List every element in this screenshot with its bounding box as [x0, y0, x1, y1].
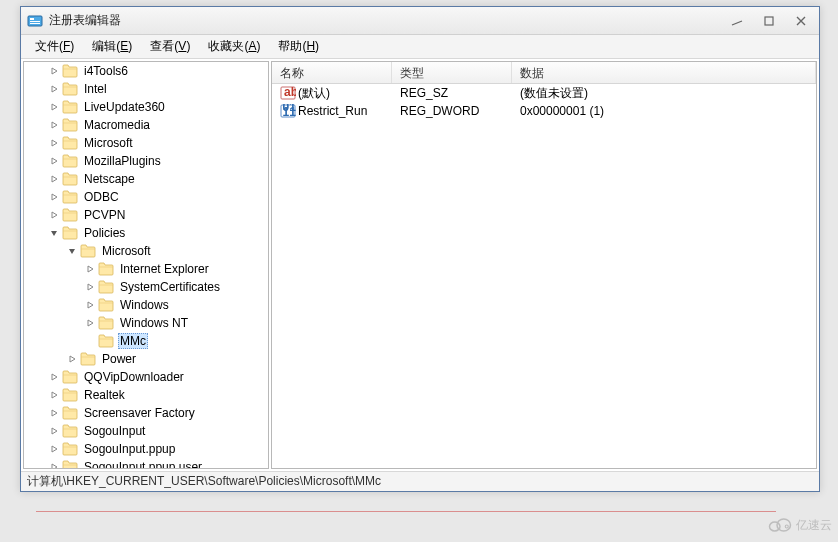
expander-icon[interactable] [84, 263, 96, 275]
tree-node[interactable]: ODBC [24, 188, 268, 206]
menu-edit[interactable]: 编辑(E) [84, 36, 140, 57]
expander-icon[interactable] [48, 173, 60, 185]
expander-icon[interactable] [48, 83, 60, 95]
expander-icon[interactable] [84, 281, 96, 293]
menu-help[interactable]: 帮助(H) [270, 36, 327, 57]
maximize-button[interactable] [757, 13, 781, 29]
tree-node[interactable]: Netscape [24, 170, 268, 188]
col-header-type[interactable]: 类型 [392, 62, 512, 83]
tree-node-label: Macromedia [82, 118, 152, 132]
expander-icon[interactable] [48, 443, 60, 455]
tree-node-label: Power [100, 352, 138, 366]
tree-node[interactable]: SystemCertificates [24, 278, 268, 296]
tree-node[interactable]: Power [24, 350, 268, 368]
expander-icon[interactable] [66, 245, 78, 257]
tree-node-label: LiveUpdate360 [82, 100, 167, 114]
menu-favorites[interactable]: 收藏夹(A) [200, 36, 268, 57]
expander-icon[interactable] [84, 299, 96, 311]
list-header: 名称 类型 数据 [272, 62, 816, 84]
tree-node-label: Netscape [82, 172, 137, 186]
value-name: (默认) [298, 85, 330, 102]
value-data: (数值未设置) [516, 85, 812, 102]
tree-node[interactable]: Internet Explorer [24, 260, 268, 278]
tree-node-label: ODBC [82, 190, 121, 204]
value-type: REG_DWORD [396, 104, 516, 118]
tree-node-label: SogouInput.ppup.user [82, 460, 204, 469]
tree-node[interactable]: i4Tools6 [24, 62, 268, 80]
svg-rect-3 [30, 23, 40, 24]
expander-icon[interactable] [84, 317, 96, 329]
tree-node-label: Microsoft [100, 244, 153, 258]
tree-node[interactable]: SogouInput.ppup [24, 440, 268, 458]
window-controls [725, 13, 813, 29]
expander-icon[interactable] [48, 389, 60, 401]
tree-node[interactable]: Screensaver Factory [24, 404, 268, 422]
tree-node[interactable]: Microsoft [24, 242, 268, 260]
decorative-line [36, 511, 776, 512]
tree-node-label: SogouInput [82, 424, 147, 438]
svg-rect-4 [765, 17, 773, 25]
expander-icon[interactable] [66, 353, 78, 365]
value-data: 0x00000001 (1) [516, 104, 812, 118]
window-title: 注册表编辑器 [49, 12, 725, 29]
tree-node[interactable]: PCVPN [24, 206, 268, 224]
tree-node[interactable]: Intel [24, 80, 268, 98]
close-button[interactable] [789, 13, 813, 29]
expander-icon[interactable] [48, 227, 60, 239]
value-name: Restrict_Run [298, 104, 367, 118]
tree-node[interactable]: SogouInput.ppup.user [24, 458, 268, 469]
tree-node[interactable]: Macromedia [24, 116, 268, 134]
tree-node-label: SogouInput.ppup [82, 442, 177, 456]
tree-node[interactable]: LiveUpdate360 [24, 98, 268, 116]
tree-node-label: Policies [82, 226, 127, 240]
tree-node[interactable]: SogouInput [24, 422, 268, 440]
svg-rect-1 [30, 18, 34, 20]
list-row[interactable]: 011110Restrict_Run REG_DWORD 0x00000001 … [272, 102, 816, 120]
tree-node[interactable]: Windows NT [24, 314, 268, 332]
tree-node-label: MozillaPlugins [82, 154, 163, 168]
expander-icon[interactable] [48, 461, 60, 469]
tree-node[interactable]: Microsoft [24, 134, 268, 152]
expander-icon[interactable] [48, 371, 60, 383]
titlebar[interactable]: 注册表编辑器 [21, 7, 819, 35]
expander-icon[interactable] [48, 425, 60, 437]
tree-node[interactable]: Windows [24, 296, 268, 314]
col-header-data[interactable]: 数据 [512, 62, 816, 83]
tree-node[interactable]: MMc [24, 332, 268, 350]
tree-node-label: QQVipDownloader [82, 370, 186, 384]
minimize-button[interactable] [725, 13, 749, 29]
menu-view[interactable]: 查看(V) [142, 36, 198, 57]
list-row[interactable]: ab(默认) REG_SZ (数值未设置) [272, 84, 816, 102]
expander-icon[interactable] [48, 407, 60, 419]
expander-icon[interactable] [48, 191, 60, 203]
tree-node[interactable]: QQVipDownloader [24, 368, 268, 386]
tree-node-label: Windows NT [118, 316, 190, 330]
expander-icon[interactable] [48, 209, 60, 221]
menu-file[interactable]: 文件(F) [27, 36, 82, 57]
content-area: i4Tools6 Intel LiveUpdate360 Macromedia … [21, 59, 819, 471]
menubar: 文件(F) 编辑(E) 查看(V) 收藏夹(A) 帮助(H) [21, 35, 819, 59]
tree-node[interactable]: Realtek [24, 386, 268, 404]
registry-tree[interactable]: i4Tools6 Intel LiveUpdate360 Macromedia … [23, 61, 269, 469]
tree-node-label: Windows [118, 298, 171, 312]
col-header-name[interactable]: 名称 [272, 62, 392, 83]
tree-node-label: Microsoft [82, 136, 135, 150]
expander-icon[interactable] [48, 101, 60, 113]
expander-icon[interactable] [48, 65, 60, 77]
tree-node-label: MMc [118, 333, 148, 349]
expander-icon[interactable] [48, 119, 60, 131]
tree-node-label: Realtek [82, 388, 127, 402]
watermark: 亿速云 [768, 516, 832, 534]
expander-icon[interactable] [48, 155, 60, 167]
tree-node-label: Intel [82, 82, 109, 96]
tree-node[interactable]: Policies [24, 224, 268, 242]
status-path: 计算机\HKEY_CURRENT_USER\Software\Policies\… [27, 473, 381, 490]
registry-editor-window: 注册表编辑器 文件(F) 编辑(E) 查看(V) 收藏夹(A) 帮助(H) i4… [20, 6, 820, 492]
tree-node-label: SystemCertificates [118, 280, 222, 294]
value-list[interactable]: 名称 类型 数据 ab(默认) REG_SZ (数值未设置)011110Rest… [271, 61, 817, 469]
expander-icon[interactable] [84, 335, 96, 347]
svg-text:110: 110 [283, 105, 297, 118]
tree-node[interactable]: MozillaPlugins [24, 152, 268, 170]
statusbar: 计算机\HKEY_CURRENT_USER\Software\Policies\… [21, 471, 819, 491]
expander-icon[interactable] [48, 137, 60, 149]
